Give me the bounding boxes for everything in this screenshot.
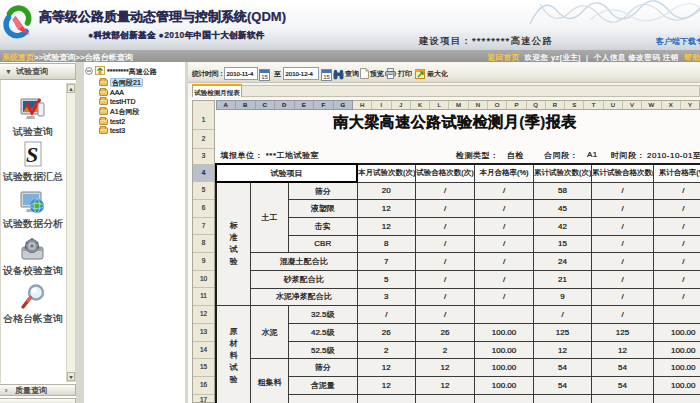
svg-text:S: S xyxy=(26,142,38,167)
svg-text:15: 15 xyxy=(323,74,330,80)
svg-text:15: 15 xyxy=(261,74,268,80)
